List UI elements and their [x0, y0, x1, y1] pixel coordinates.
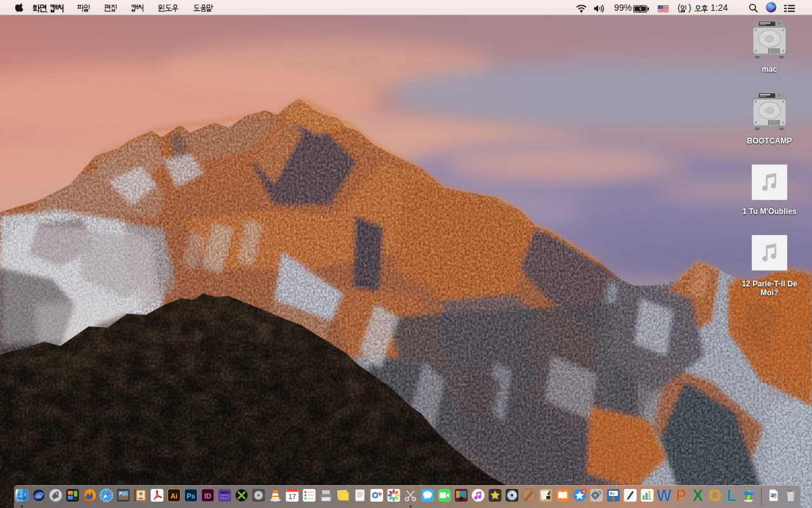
svg-text:L: L — [727, 486, 737, 504]
svg-text:17: 17 — [289, 493, 296, 500]
svg-text:ID: ID — [204, 492, 211, 500]
svg-text:4: 4 — [583, 489, 586, 493]
svg-text:P: P — [676, 486, 686, 504]
svg-text:O: O — [709, 486, 721, 504]
svg-text:Ps: Ps — [187, 492, 195, 500]
svg-text:Ai: Ai — [171, 492, 178, 500]
svg-text:X: X — [693, 486, 704, 504]
svg-text:W: W — [657, 486, 672, 504]
